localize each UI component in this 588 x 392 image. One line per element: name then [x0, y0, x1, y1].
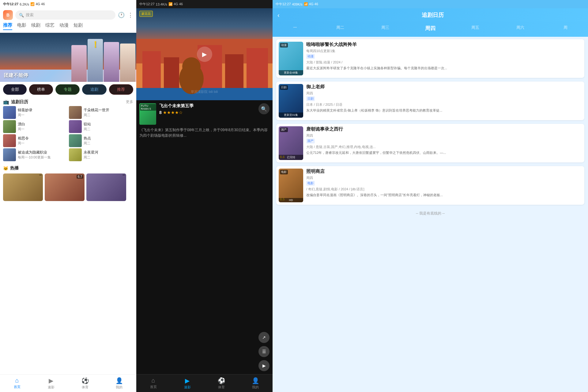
nav-profile-2[interactable]: 👤 我的	[239, 375, 273, 392]
show-rating: 8 ★★★★☆	[159, 110, 255, 115]
day-tab-1[interactable]: 一	[273, 24, 318, 33]
drama-item-1[interactable]: 锦翕妙录 周一	[3, 106, 68, 119]
hot-thumb-3[interactable]	[86, 173, 126, 201]
btn-special[interactable]: 专题	[55, 84, 80, 95]
drama-info-5: 千朵桃花一世开 周二	[84, 108, 134, 117]
calendar-icon: 📺	[3, 99, 9, 105]
drama-item-8[interactable]: 永夜星河 周二	[69, 148, 134, 161]
drama-day-5: 周二	[84, 113, 134, 117]
btn-recommend[interactable]: 推荐	[109, 84, 133, 95]
nav-tabs-1: 推荐 电影 续剧 综艺 动漫 短剧	[0, 22, 136, 33]
video-nav-btns: ↗ ☰ ▶	[258, 332, 270, 371]
show-details-1: 啦咘啦哆警长大战羚羚羊 每周四10点更新1集 动漫 大陆 / 冒险,动漫 / 2…	[306, 42, 582, 75]
show-item-4[interactable]: 电影 8.5 HD 照明商店 周四 电影 / 奇幻,悬疑,剧情,电影 / 202…	[276, 166, 584, 205]
svg-point-9	[182, 57, 201, 76]
drama-item-3[interactable]: 相思令 周一	[3, 134, 68, 147]
nav-sports-1[interactable]: ⚽ 体育	[68, 375, 102, 392]
header-icons: 🕐 ⋮	[118, 12, 133, 18]
history-icon[interactable]: 🕐	[118, 12, 125, 18]
btn-rank[interactable]: 榜单	[29, 84, 53, 95]
more-link-drama[interactable]: 更多	[126, 99, 133, 105]
time-1: 中午12:27	[3, 2, 18, 6]
tab-short[interactable]: 短剧	[74, 22, 83, 30]
btn-all[interactable]: 全部	[3, 84, 27, 95]
day-tab-7[interactable]: 周	[543, 24, 588, 33]
hot-thumb-1[interactable]	[3, 173, 43, 201]
update-info-4: 周四	[306, 176, 582, 180]
nav-speed-1[interactable]: ▶ 速影	[34, 375, 68, 392]
show-sub-1: 大陆 / 冒险,动漫 / 2024 /	[306, 60, 582, 65]
drama-info-1: 锦翕妙录 周一	[18, 108, 68, 117]
search-action-btn[interactable]: 🔍	[258, 103, 270, 114]
drama-item-6[interactable]: 驻站 周二	[69, 120, 134, 133]
tab-movie[interactable]: 电影	[17, 22, 26, 30]
bottom-nav-1: ⌂ 首页 ▶ 速影 ⚽ 体育 👤 我的	[0, 374, 136, 392]
show-name-2: 御上老师	[306, 84, 582, 90]
thumb-badge-3: 国产	[280, 127, 288, 132]
speed-2: 13.4K/s	[156, 2, 167, 6]
nav-profile-1[interactable]: 👤 我的	[102, 375, 136, 392]
main-banner[interactable]: ！ 团建不能停	[0, 33, 136, 82]
drama-name-6: 驻站	[84, 122, 134, 127]
day-tab-4[interactable]: 周四	[408, 24, 453, 33]
show-sub-2: 日本 / 日本 / 2025 / 日语	[306, 102, 582, 107]
show-item-1[interactable]: 动漫 更新全48集 啦咘啦哆警长大战羚羚羊 每周四10点更新1集 动漫 大陆 /…	[276, 39, 584, 78]
tab-anime[interactable]: 动漫	[59, 22, 69, 30]
profile-icon-1: 👤	[115, 377, 123, 384]
figure-3	[104, 42, 119, 82]
drama-item-7[interactable]: 热点 周二	[69, 134, 134, 147]
drama-calendar-header: 📺 追剧日历 更多	[0, 97, 136, 106]
show-item-2[interactable]: 日剧 更新至01集 御上老师 周四 日剧 日本 / 日本 / 2025 / 日语…	[276, 82, 584, 120]
search-bar-1: B 🔍 搜索 🕐 ⋮	[0, 8, 136, 22]
day-tab-2[interactable]: 周二	[318, 24, 363, 33]
nav-speed-2[interactable]: ▶ 速影	[170, 375, 204, 392]
banner-text: 团建不能停	[4, 72, 28, 79]
action-buttons: 全部 榜单 专题 追剧 推荐	[0, 82, 136, 97]
sports-label-2: 体育	[218, 385, 225, 390]
profile-label-2: 我的	[252, 385, 259, 390]
tab-variety[interactable]: 综艺	[45, 22, 55, 30]
p2-video-list-area: ↗ ☰ ▶	[136, 141, 273, 374]
drama-item-4[interactable]: 被迫成为隐藏职业 每周一·10:00更新一集	[3, 148, 68, 161]
back-button[interactable]: ‹	[277, 12, 280, 19]
drama-item-2[interactable]: 漂白 周一	[3, 120, 68, 133]
show-desc-2: 东大毕业的精英文科省官员·御上孝（松坂桃李 饰）意识到旨在培养思考能力的教育改革…	[306, 108, 582, 113]
show-stars: ★★★★☆	[163, 110, 183, 115]
thumb-label-p2: FUTU RAMA 5	[140, 104, 156, 111]
btn-follow[interactable]: 追剧	[82, 84, 106, 95]
video-overlay-top: 蒙花花	[139, 11, 153, 17]
show-score: 8	[159, 110, 162, 115]
drama-info-7: 热点 周二	[84, 136, 134, 146]
day-tab-3[interactable]: 周三	[363, 24, 408, 33]
search-input-wrap[interactable]: 🔍 搜索	[15, 10, 115, 20]
exclaim-mark: ！	[91, 39, 100, 51]
video-area[interactable]: 蒙花花 草泥漠影院 bili bili ▶	[136, 8, 273, 100]
play-button[interactable]: ▶	[197, 47, 212, 62]
p3-day-tabs: 一 周二 周三 周四 周五 周六 周	[273, 22, 588, 37]
meta-badge-1: 动漫	[306, 54, 315, 59]
day-tab-6[interactable]: 周六	[498, 24, 543, 33]
drama-name-7: 热点	[84, 136, 134, 141]
show-thumb-p2[interactable]: FUTU RAMA 5	[139, 103, 156, 125]
day-tab-5[interactable]: 周五	[453, 24, 498, 33]
drama-day-8: 周二	[84, 155, 134, 160]
fullscreen-btn[interactable]: ▶	[258, 360, 270, 371]
profile-icon-2: 👤	[252, 377, 259, 384]
nav-home-1[interactable]: ⌂ 首页	[0, 375, 34, 392]
signal-3: 📶 4G 46	[304, 2, 318, 6]
more-icon[interactable]: ⋮	[128, 12, 133, 18]
tab-series[interactable]: 续剧	[31, 22, 40, 30]
playlist-btn[interactable]: ☰	[258, 346, 270, 357]
show-meta-1: 动漫	[306, 54, 582, 59]
share-btn[interactable]: ↗	[258, 332, 270, 343]
show-item-3[interactable]: 国产 8.6 已完结 唐朝诡事录之西行 周四 国产 大陆 / 悬疑,古装,国产,…	[276, 124, 584, 162]
home-icon-1: ⌂	[15, 377, 19, 384]
drama-item-5[interactable]: 千朵桃花一世开 周二	[69, 106, 134, 119]
speed-label-1: 速影	[48, 385, 55, 390]
hot-thumb-2[interactable]: 6.7	[45, 173, 85, 201]
tab-recommend[interactable]: 推荐	[3, 22, 12, 30]
show-meta-2: 日剧	[306, 96, 582, 101]
show-details-3: 唐朝诡事录之西行 周四 国产 大陆 / 悬疑,古装,国产,奇幻,推理,内地,电视…	[306, 126, 582, 160]
nav-home-2[interactable]: ⌂ 首页	[136, 375, 170, 392]
nav-sports-2[interactable]: ⚽ 体育	[205, 375, 239, 392]
